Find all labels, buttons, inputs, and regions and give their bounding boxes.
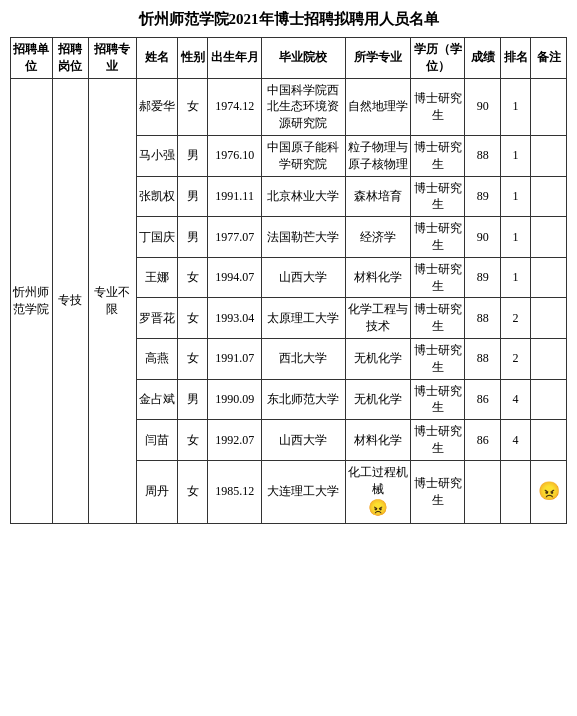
cell-gender: 女	[178, 420, 208, 461]
cell-score: 88	[465, 298, 501, 339]
cell-degree: 博士研究生	[411, 217, 465, 258]
cell-birth: 1992.07	[208, 420, 262, 461]
cell-birth: 1976.10	[208, 135, 262, 176]
cell-note	[531, 298, 567, 339]
cell-degree: 博士研究生	[411, 257, 465, 298]
cell-degree: 博士研究生	[411, 298, 465, 339]
cell-rank: 1	[501, 78, 531, 135]
cell-score: 86	[465, 379, 501, 420]
cell-degree: 博士研究生	[411, 379, 465, 420]
cell-rank: 1	[501, 176, 531, 217]
cell-score: 88	[465, 135, 501, 176]
cell-major: 专业不限	[88, 78, 136, 523]
cell-school: 山西大学	[262, 420, 346, 461]
cell-specialty: 化学工程与技术	[345, 298, 411, 339]
cell-name: 张凯权	[136, 176, 178, 217]
cell-specialty: 粒子物理与原子核物理	[345, 135, 411, 176]
cell-note	[531, 420, 567, 461]
cell-name: 马小强	[136, 135, 178, 176]
cell-score: 90	[465, 78, 501, 135]
header-birth: 出生年月	[208, 38, 262, 79]
cell-gender: 女	[178, 298, 208, 339]
header-major: 招聘专业	[88, 38, 136, 79]
header-specialty: 所学专业	[345, 38, 411, 79]
cell-gender: 女	[178, 257, 208, 298]
cell-name: 郝爱华	[136, 78, 178, 135]
header-post: 招聘岗位	[52, 38, 88, 79]
cell-birth: 1985.12	[208, 460, 262, 523]
cell-note	[531, 217, 567, 258]
cell-note	[531, 78, 567, 135]
header-gender: 性别	[178, 38, 208, 79]
cell-score	[465, 460, 501, 523]
header-degree: 学历（学位）	[411, 38, 465, 79]
cell-rank: 1	[501, 135, 531, 176]
cell-name: 闫苗	[136, 420, 178, 461]
cell-school: 西北大学	[262, 338, 346, 379]
cell-specialty: 无机化学	[345, 379, 411, 420]
cell-birth: 1991.11	[208, 176, 262, 217]
cell-name: 高燕	[136, 338, 178, 379]
header-school: 毕业院校	[262, 38, 346, 79]
cell-name: 王娜	[136, 257, 178, 298]
cell-note	[531, 338, 567, 379]
cell-rank: 2	[501, 298, 531, 339]
cell-degree: 博士研究生	[411, 420, 465, 461]
cell-gender: 女	[178, 338, 208, 379]
header-name: 姓名	[136, 38, 178, 79]
cell-specialty-partial: 化工过程机械	[348, 465, 408, 496]
obscured-emoji: 😠	[538, 481, 560, 501]
cell-school: 东北师范大学	[262, 379, 346, 420]
cell-note	[531, 135, 567, 176]
cell-birth: 1993.04	[208, 298, 262, 339]
cell-school: 太原理工大学	[262, 298, 346, 339]
cell-birth: 1977.07	[208, 217, 262, 258]
cell-gender: 女	[178, 460, 208, 523]
cell-score: 89	[465, 176, 501, 217]
cell-gender: 男	[178, 217, 208, 258]
cell-note	[531, 257, 567, 298]
header-unit: 招聘单位	[11, 38, 53, 79]
cell-specialty: 化工过程机械😠	[345, 460, 411, 523]
cell-birth: 1990.09	[208, 379, 262, 420]
cell-note	[531, 379, 567, 420]
cell-name: 金占斌	[136, 379, 178, 420]
cell-degree: 博士研究生	[411, 460, 465, 523]
cell-post: 专技	[52, 78, 88, 523]
cell-rank	[501, 460, 531, 523]
cell-score: 89	[465, 257, 501, 298]
cell-score: 88	[465, 338, 501, 379]
cell-specialty: 经济学	[345, 217, 411, 258]
cell-gender: 男	[178, 379, 208, 420]
cell-specialty: 森林培育	[345, 176, 411, 217]
main-table: 招聘单位 招聘岗位 招聘专业 姓名 性别 出生年月 毕业院校 所学专业 学历（学…	[10, 37, 567, 524]
cell-rank: 4	[501, 379, 531, 420]
cell-birth: 1974.12	[208, 78, 262, 135]
cell-score: 86	[465, 420, 501, 461]
obscured-emoji-specialty: 😠	[348, 497, 409, 519]
cell-birth: 1994.07	[208, 257, 262, 298]
table-row: 忻州师范学院专技专业不限郝爱华女1974.12中国科学院西北生态环境资源研究院自…	[11, 78, 567, 135]
cell-school: 大连理工大学	[262, 460, 346, 523]
cell-school: 中国原子能科学研究院	[262, 135, 346, 176]
cell-name: 罗晋花	[136, 298, 178, 339]
cell-name: 周丹	[136, 460, 178, 523]
cell-school: 山西大学	[262, 257, 346, 298]
cell-degree: 博士研究生	[411, 135, 465, 176]
cell-degree: 博士研究生	[411, 78, 465, 135]
cell-rank: 1	[501, 257, 531, 298]
cell-gender: 男	[178, 135, 208, 176]
header-rank: 排名	[501, 38, 531, 79]
cell-degree: 博士研究生	[411, 176, 465, 217]
page-title: 忻州师范学院2021年博士招聘拟聘用人员名单	[10, 10, 567, 29]
cell-score: 90	[465, 217, 501, 258]
cell-specialty: 自然地理学	[345, 78, 411, 135]
cell-degree: 博士研究生	[411, 338, 465, 379]
cell-specialty: 材料化学	[345, 420, 411, 461]
header-score: 成绩	[465, 38, 501, 79]
cell-note: 😠	[531, 460, 567, 523]
cell-school: 法国勒芒大学	[262, 217, 346, 258]
cell-birth: 1991.07	[208, 338, 262, 379]
cell-gender: 女	[178, 78, 208, 135]
cell-name: 丁国庆	[136, 217, 178, 258]
